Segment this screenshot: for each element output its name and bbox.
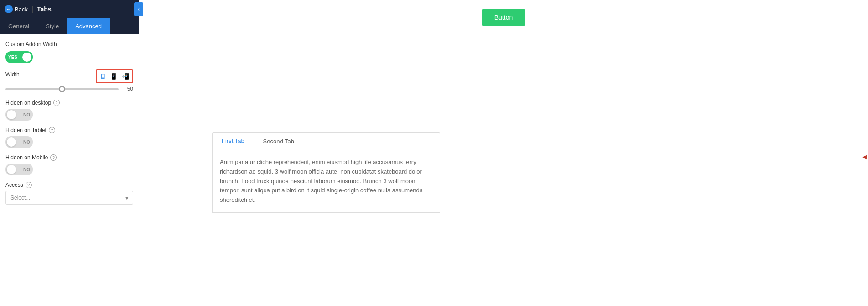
hidden-tablet-label: Hidden on Tablet [5, 127, 47, 133]
collapse-button[interactable]: ‹ [134, 2, 143, 16]
device-icons-group: 🖥 📱 📲 [96, 69, 133, 83]
custom-addon-width-row: YES [5, 51, 133, 63]
desktop-icon: 🖥 [100, 73, 106, 80]
tabs-preview: First Tab Second Tab Anim pariatur clich… [212, 132, 440, 213]
access-select-wrapper: Select... [5, 191, 133, 205]
tablet-icon-button[interactable]: 📱 [109, 72, 119, 81]
custom-addon-width-label: Custom Addon Width [5, 41, 133, 47]
hidden-desktop-no-label: NO [23, 112, 30, 117]
hidden-mobile-option: Hidden on Mobile ? NO [5, 154, 133, 175]
back-icon: ← [5, 5, 13, 13]
width-slider[interactable] [5, 88, 119, 90]
tab-style[interactable]: Style [37, 18, 67, 34]
back-button[interactable]: ← Back [5, 5, 28, 13]
sidebar-content: Custom Addon Width YES Width 🖥 📱 📲 [0, 34, 139, 306]
hidden-mobile-toggle[interactable]: NO [5, 164, 33, 175]
toggle-yes-knob [22, 53, 31, 62]
access-row: Access ? Select... [5, 182, 133, 205]
access-label-row: Access ? [5, 182, 133, 188]
hidden-tablet-no-label: NO [23, 140, 30, 145]
tab1-text: Anim pariatur cliche reprehenderit, enim… [220, 158, 432, 205]
tab-advanced[interactable]: Advanced [67, 18, 110, 34]
hidden-tablet-knob [7, 137, 16, 147]
first-tab-button[interactable]: First Tab [213, 133, 254, 150]
hidden-mobile-knob [7, 165, 16, 174]
slider-row: 50 [5, 86, 133, 92]
hidden-tablet-toggle[interactable]: NO [5, 136, 33, 148]
hidden-desktop-toggle[interactable]: NO [5, 109, 33, 121]
top-bar: ← Back | Tabs ‹ [0, 0, 139, 18]
hidden-tablet-option: Hidden on Tablet ? NO [5, 127, 133, 148]
access-label: Access [5, 182, 23, 188]
toggle-yes-button[interactable]: YES [5, 51, 33, 63]
page-title: Tabs [37, 5, 52, 13]
separator: | [31, 5, 33, 13]
hidden-desktop-option: Hidden on desktop ? NO [5, 100, 133, 121]
main-content: Button First Tab Second Tab Anim pariatu… [139, 0, 868, 306]
hidden-desktop-label: Hidden on desktop [5, 100, 51, 106]
width-row: Width 🖥 📱 📲 [5, 69, 133, 83]
access-help-icon[interactable]: ? [26, 182, 32, 188]
width-label: Width [5, 71, 20, 78]
preview-button[interactable]: Button [482, 9, 525, 26]
access-select[interactable]: Select... [5, 191, 133, 205]
tabs-nav: First Tab Second Tab [212, 132, 440, 150]
toggle-yes-label: YES [8, 55, 17, 60]
tabs-content: Anim pariatur cliche reprehenderit, enim… [212, 150, 440, 213]
hidden-tablet-label-row: Hidden on Tablet ? [5, 127, 133, 133]
second-tab-button[interactable]: Second Tab [254, 133, 303, 150]
desktop-icon-button[interactable]: 🖥 [99, 72, 107, 81]
back-label: Back [15, 6, 28, 13]
nav-tabs: General Style Advanced [0, 18, 139, 34]
collapse-icon: ‹ [138, 6, 140, 12]
tablet-icon: 📱 [110, 73, 118, 80]
hidden-mobile-help-icon[interactable]: ? [50, 154, 57, 161]
tab-general[interactable]: General [0, 18, 37, 34]
right-edge-arrow: ◄ [861, 153, 868, 161]
hidden-tablet-help-icon[interactable]: ? [49, 127, 55, 133]
hidden-mobile-label-row: Hidden on Mobile ? [5, 154, 133, 161]
sidebar: ← Back | Tabs ‹ General Style Advanced C… [0, 0, 139, 306]
hidden-desktop-label-row: Hidden on desktop ? [5, 100, 133, 106]
mobile-icon: 📲 [121, 73, 129, 80]
hidden-desktop-knob [7, 110, 16, 119]
hidden-mobile-label: Hidden on Mobile [5, 154, 48, 161]
width-value: 50 [122, 86, 133, 92]
mobile-icon-button[interactable]: 📲 [120, 72, 130, 81]
hidden-desktop-help-icon[interactable]: ? [53, 100, 60, 106]
hidden-mobile-no-label: NO [23, 167, 30, 172]
